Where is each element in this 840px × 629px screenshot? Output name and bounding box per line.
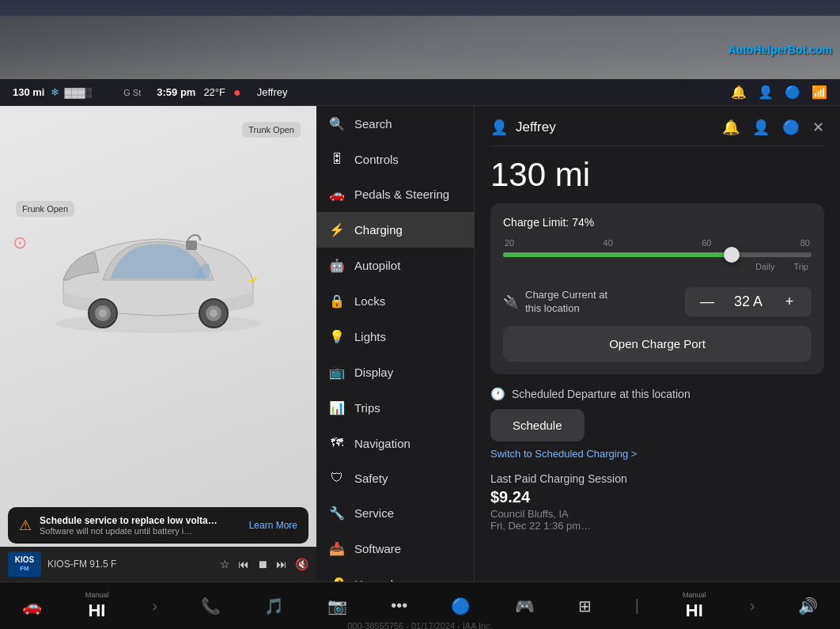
alert-banner: ⚠ Schedule service to replace low volta…… xyxy=(8,507,308,544)
alert-learn-more[interactable]: Learn More xyxy=(249,520,297,531)
radio-next-icon[interactable]: ⏭ xyxy=(276,558,287,570)
taskbar-phone-icon: 📞 xyxy=(201,597,221,616)
bell-icon[interactable]: 🔔 xyxy=(731,85,747,100)
nav-icon-safety: 🛡 xyxy=(329,471,345,485)
outer-frame: AutoHelperBot.com 130 mi ❄ ▓▓▓░ G St 3:5… xyxy=(0,0,840,629)
status-time: 3:59 pm xyxy=(157,86,195,98)
nav-item-lights[interactable]: 💡 Lights xyxy=(316,319,474,354)
slider-label-20: 20 xyxy=(505,238,514,248)
taskbar-phone[interactable]: 📞 xyxy=(201,597,221,616)
status-temp: 22°F xyxy=(203,86,225,98)
taskbar-car[interactable]: 🚗 xyxy=(22,597,42,616)
nav-label-search: Search xyxy=(354,117,392,131)
nav-items-container: 🔍 Search 🎛 Controls 🚗 Pedals & Steering … xyxy=(316,106,474,582)
nav-icon-trips: 📊 xyxy=(329,400,345,415)
photo-overlay xyxy=(0,0,840,79)
nav-icon-autopilot: 🤖 xyxy=(329,258,345,273)
taskbar-game[interactable]: 🎮 xyxy=(515,597,535,616)
taskbar-media-icon: 🎵 xyxy=(264,597,284,616)
profile-icon[interactable]: 👤 xyxy=(758,85,774,100)
current-amp-value: 32 A xyxy=(729,294,767,310)
svg-point-3 xyxy=(99,309,107,317)
radio-frequency: KIOS-FM 91.5 F xyxy=(47,559,116,570)
taskbar-bt-icon: 🔵 xyxy=(451,597,471,616)
taskbar-hi-right: HI xyxy=(686,601,703,621)
switch-to-scheduled-charging-link[interactable]: Switch to Scheduled Charging > xyxy=(490,448,824,460)
nav-item-pedals[interactable]: 🚗 Pedals & Steering xyxy=(316,176,474,212)
taskbar-camera[interactable]: 📷 xyxy=(327,597,347,616)
charge-current-label: 🔌 Charge Current atthis location xyxy=(503,289,607,316)
nav-item-locks[interactable]: 🔒 Locks xyxy=(316,283,474,319)
taskbar-arrow-left: › xyxy=(152,597,157,615)
alert-text: Schedule service to replace low volta… S… xyxy=(40,515,241,536)
radio-stop-icon[interactable]: ⏹ xyxy=(257,558,268,570)
nav-item-display[interactable]: 📺 Display xyxy=(316,354,474,390)
main-content: ⊙ Trunk Open Frunk Open xyxy=(0,106,840,582)
header-bt-icon[interactable]: 🔵 xyxy=(782,119,800,136)
charge-current-row: 🔌 Charge Current atthis location — 32 A … xyxy=(503,287,812,316)
radio-type: FM xyxy=(13,565,36,573)
status-bar: 130 mi ❄ ▓▓▓░ G St 3:59 pm 22°F ● Jeffre… xyxy=(0,79,840,106)
nav-item-safety[interactable]: 🛡 Safety xyxy=(316,460,474,495)
car-svg xyxy=(40,209,277,351)
last-session-date: Fri, Dec 22 1:36 pm… xyxy=(490,520,824,532)
nav-item-charging[interactable]: ⚡ Charging xyxy=(316,212,474,248)
taskbar-car-icon: 🚗 xyxy=(22,597,42,616)
nav-icon-service: 🔧 xyxy=(329,506,345,521)
open-charge-port-button[interactable]: Open Charge Port xyxy=(503,326,812,362)
nav-item-service[interactable]: 🔧 Service xyxy=(316,495,474,531)
clock-icon: 🕐 xyxy=(490,387,505,401)
radio-prev-icon[interactable]: ⏮ xyxy=(238,558,249,570)
schedule-button[interactable]: Schedule xyxy=(490,409,585,441)
nav-item-controls[interactable]: 🎛 Controls xyxy=(316,142,474,176)
radio-bar: KIOS FM KIOS-FM 91.5 F ☆ ⏮ ⏹ ⏭ 🔇 xyxy=(0,547,316,582)
taskbar-bluetooth[interactable]: 🔵 xyxy=(451,597,471,616)
taskbar-manual-label-left: Manual xyxy=(85,591,109,599)
radio-favorite-icon[interactable]: ☆ xyxy=(220,558,230,570)
slider-thumb[interactable] xyxy=(724,247,740,263)
daily-label: Daily xyxy=(755,262,774,271)
current-plus-button[interactable]: + xyxy=(780,294,799,310)
nav-item-trips[interactable]: 📊 Trips xyxy=(316,390,474,426)
nav-item-autopilot[interactable]: 🤖 Autopilot xyxy=(316,248,474,283)
slider-container[interactable]: 20 40 60 80 Daily Trip xyxy=(503,238,812,271)
radio-logo: KIOS FM xyxy=(8,551,41,576)
wifi-icon[interactable]: 📶 xyxy=(812,85,827,100)
nav-label-software: Software xyxy=(354,542,401,555)
status-icons-right: 🔔 👤 🔵 📶 xyxy=(731,85,827,100)
charge-limit-value: 74% xyxy=(572,216,594,229)
bt-icon[interactable]: 🔵 xyxy=(785,85,800,100)
nav-item-navigation[interactable]: 🗺 Navigation xyxy=(316,426,474,460)
alert-subtitle: Software will not update until battery i… xyxy=(40,526,241,536)
nav-item-upgrades[interactable]: 🔑 Upgrades xyxy=(316,566,474,582)
radio-mute-icon[interactable]: 🔇 xyxy=(295,558,308,570)
nav-item-search[interactable]: 🔍 Search xyxy=(316,106,474,142)
nav-label-autopilot: Autopilot xyxy=(354,259,400,272)
nav-label-display: Display xyxy=(354,366,393,379)
taskbar-grid[interactable]: ⊞ xyxy=(578,597,592,616)
header-settings-icon[interactable]: ✕ xyxy=(812,119,824,136)
slider-sub-labels: Daily Trip xyxy=(503,262,812,271)
header-bell-icon[interactable]: 🔔 xyxy=(722,119,740,136)
trunk-open-label: Trunk Open xyxy=(242,122,301,138)
taskbar-manual-hi-right[interactable]: Manual HI xyxy=(683,591,706,621)
footer-text: 000-38555756 - 01/17/2024 - IAA Inc. xyxy=(0,621,840,629)
svg-rect-7 xyxy=(186,241,197,250)
current-minus-button[interactable]: — xyxy=(698,294,717,310)
charge-card: Charge Limit: 74% 20 40 60 80 xyxy=(490,203,824,374)
taskbar-manual-hi-left[interactable]: Manual HI xyxy=(85,591,109,621)
status-user: Jeffrey xyxy=(257,86,731,98)
taskbar-media[interactable]: 🎵 xyxy=(264,597,284,616)
last-session-location: Council Bluffs, IA xyxy=(490,508,824,520)
taskbar-more[interactable]: ••• xyxy=(391,597,407,615)
taskbar-volume[interactable]: 🔊 xyxy=(798,597,818,616)
nav-item-software[interactable]: 📥 Software xyxy=(316,531,474,566)
slider-track[interactable] xyxy=(503,252,812,257)
slider-label-60: 60 xyxy=(702,238,711,248)
radio-controls: ☆ ⏮ ⏹ ⏭ 🔇 xyxy=(220,558,308,570)
taskbar-arrow-right: › xyxy=(750,597,755,615)
battery-indicator: ▓▓▓░ xyxy=(64,87,92,98)
charge-current-text: Charge Current atthis location xyxy=(525,289,607,316)
header-profile-icon[interactable]: 👤 xyxy=(752,119,770,136)
nav-label-trips: Trips xyxy=(354,401,380,415)
